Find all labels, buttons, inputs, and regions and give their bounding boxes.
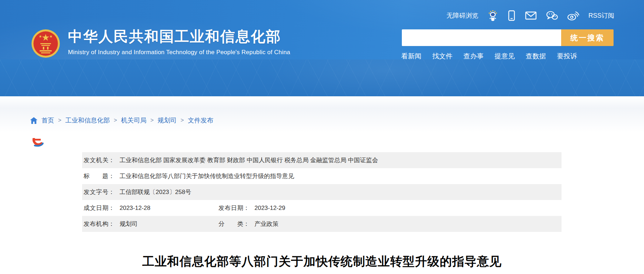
- breadcrumb: 首页 > 工业和信息化部 > 机关司局 > 规划司 > 文件发布: [30, 116, 213, 125]
- site-subtitle: Ministry of Industry and Information Tec…: [68, 49, 290, 56]
- meta-value: 工业和信息化部等八部门关于加快传统制造业转型升级的指导意见: [120, 173, 294, 179]
- breadcrumb-separator: >: [114, 117, 117, 124]
- meta-label: 发布机构: [84, 216, 108, 232]
- meta-label: 标题: [84, 168, 108, 184]
- meta-label: 发布日期: [218, 200, 243, 216]
- meta-label: 成文日期: [84, 200, 108, 216]
- meta-col2: 发布日期： 2023-12-29: [218, 200, 285, 216]
- meta-value: 工业和信息化部 国家发展改革委 教育部 财政部 中国人民银行 税务总局 金融监管…: [120, 157, 378, 164]
- site-title[interactable]: 中华人民共和国工业和信息化部: [68, 29, 290, 44]
- meta-colon: ：: [108, 184, 114, 200]
- utility-bar: 无障碍浏览: [446, 9, 614, 22]
- breadcrumb-separator: >: [181, 117, 184, 124]
- mascot-robot-icon[interactable]: [488, 10, 498, 21]
- breadcrumb-docs[interactable]: 文件发布: [188, 116, 213, 125]
- meta-value: 2023-12-29: [255, 205, 285, 211]
- mail-icon[interactable]: [525, 11, 537, 20]
- document-title: 工业和信息化部等八部门关于加快传统制造业转型升级的指导意见: [0, 253, 644, 270]
- breadcrumb-miit[interactable]: 工业和信息化部: [65, 116, 110, 125]
- wechat-icon[interactable]: [546, 11, 558, 21]
- meta-row-title: 标题： 工业和信息化部等八部门关于加快传统制造业转型升级的指导意见: [82, 168, 562, 184]
- breadcrumb-separator: >: [58, 117, 61, 124]
- brand-block: 中华人民共和国工业和信息化部 Ministry of Industry and …: [31, 29, 290, 58]
- meta-colon: ：: [108, 152, 114, 168]
- mobile-icon[interactable]: [507, 10, 516, 21]
- meta-row-issuing-agency: 发文机关： 工业和信息化部 国家发展改革委 教育部 财政部 中国人民银行 税务总…: [82, 152, 562, 168]
- meta-colon: ：: [108, 200, 114, 216]
- breadcrumb-bureaus[interactable]: 机关司局: [121, 116, 147, 125]
- site-header: 无障碍浏览: [0, 0, 644, 59]
- meta-label: 分类: [218, 216, 243, 232]
- meta-colon: ：: [108, 168, 114, 184]
- breadcrumb-planning[interactable]: 规划司: [158, 116, 177, 125]
- meta-value: 2023-12-28: [120, 205, 150, 211]
- meta-label: 发文字号: [84, 184, 108, 200]
- meta-col2: 分类： 产业政策: [218, 216, 279, 232]
- meta-colon: ：: [108, 216, 114, 232]
- breadcrumb-home[interactable]: 首页: [41, 116, 54, 125]
- doc-meta-table: 发文机关： 工业和信息化部 国家发展改革委 教育部 财政部 中国人民银行 税务总…: [82, 152, 562, 232]
- meta-row-dates: 成文日期： 2023-12-28 发布日期： 2023-12-29: [82, 200, 562, 216]
- meta-colon: ：: [243, 200, 249, 216]
- meta-row-doc-number: 发文字号： 工信部联规〔2023〕258号: [82, 184, 562, 200]
- meta-value: 工信部联规〔2023〕258号: [120, 189, 191, 195]
- meta-colon: ：: [243, 216, 249, 232]
- rss-link[interactable]: RSS订阅: [588, 11, 614, 20]
- breadcrumb-separator: >: [150, 117, 154, 124]
- accessibility-link[interactable]: 无障碍浏览: [446, 11, 478, 20]
- meta-row-publisher: 发布机构： 规划司 分类： 产业政策: [82, 216, 562, 232]
- home-icon[interactable]: [30, 117, 38, 124]
- brand-text: 中华人民共和国工业和信息化部 Ministry of Industry and …: [68, 29, 290, 56]
- search-box: 统一搜索: [402, 29, 614, 46]
- meta-value: 规划司: [120, 221, 138, 227]
- search-input[interactable]: [402, 29, 561, 46]
- meta-value: 产业政策: [255, 221, 279, 227]
- weibo-icon[interactable]: [567, 11, 579, 21]
- national-emblem: [31, 29, 60, 58]
- meta-label: 发文机关: [84, 152, 108, 168]
- unified-search-button[interactable]: 统一搜索: [561, 29, 614, 46]
- main-navbar: 工业和信息化部 新闻动态 政务公开 政务服务 公众参与 工信数据 专题专栏: [0, 59, 644, 96]
